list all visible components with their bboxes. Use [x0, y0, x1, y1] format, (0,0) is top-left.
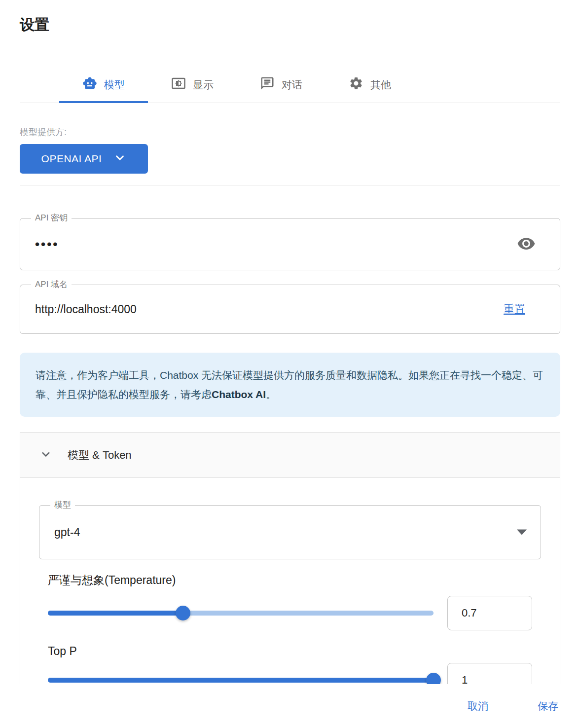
top-p-slider[interactable] — [48, 663, 434, 684]
tab-model-label: 模型 — [104, 78, 125, 92]
provider-label: 模型提供方: — [20, 126, 560, 138]
slider-thumb[interactable] — [426, 673, 441, 684]
api-key-value: •••• — [20, 218, 560, 270]
dialog-footer: 取消 保存 — [0, 684, 580, 728]
model-select-label: 模型 — [50, 500, 75, 510]
api-key-field[interactable]: API 密钥 •••• — [20, 218, 560, 270]
divider — [20, 185, 560, 185]
notice-bold-text: Chatbox AI — [212, 389, 266, 400]
accordion-title: 模型 & Token — [68, 448, 132, 463]
tabs-bar: 模型 显示 对话 其他 — [20, 67, 560, 103]
save-button[interactable]: 保存 — [538, 699, 558, 713]
notice-text-end: 。 — [266, 389, 276, 400]
provider-select-button[interactable]: OPENAI API — [20, 144, 148, 174]
tab-display[interactable]: 显示 — [148, 67, 237, 103]
notice-box: 请注意，作为客户端工具，Chatbox 无法保证模型提供方的服务质量和数据隐私。… — [20, 353, 560, 417]
page-title: 设置 — [20, 0, 560, 37]
top-p-value-input[interactable]: 1 — [447, 663, 532, 684]
api-key-label: API 密钥 — [31, 213, 72, 223]
tab-chat-label: 对话 — [282, 78, 302, 92]
temperature-slider[interactable] — [48, 596, 434, 630]
top-p-section: Top P 1 — [48, 643, 541, 684]
temperature-section: 严谨与想象(Temperature) 0.7 — [48, 572, 541, 630]
tab-other-label: 其他 — [370, 78, 391, 92]
slider-thumb[interactable] — [176, 606, 190, 620]
toggle-visibility-button[interactable] — [515, 233, 537, 255]
robot-icon — [82, 76, 97, 93]
chevron-down-icon — [113, 151, 126, 167]
display-icon — [171, 76, 186, 93]
api-host-field[interactable]: API 域名 http://localhost:4000 重置 — [20, 285, 560, 334]
tabs: 模型 显示 对话 其他 — [59, 67, 560, 103]
slider-fill — [48, 678, 434, 683]
gear-icon — [349, 76, 363, 93]
cancel-button[interactable]: 取消 — [468, 699, 488, 713]
chat-icon — [260, 76, 275, 93]
top-p-label: Top P — [48, 643, 541, 659]
model-select-field[interactable]: 模型 gpt-4 — [39, 505, 541, 559]
accordion-content: 模型 gpt-4 严谨与想象(Temperature) 0.7 Top P — [20, 478, 560, 684]
tab-chat[interactable]: 对话 — [237, 67, 326, 103]
temperature-value-input[interactable]: 0.7 — [447, 596, 532, 630]
api-host-label: API 域名 — [31, 279, 72, 290]
tab-model[interactable]: 模型 — [59, 67, 148, 103]
caret-down-icon — [517, 530, 527, 535]
model-token-accordion: 模型 & Token 模型 gpt-4 严谨与想象(Temperature) 0… — [20, 432, 560, 684]
tab-display-label: 显示 — [193, 78, 214, 92]
api-host-value: http://localhost:4000 — [20, 285, 560, 333]
reset-link[interactable]: 重置 — [504, 302, 525, 317]
chevron-down-icon — [38, 446, 54, 464]
eye-icon — [517, 234, 536, 255]
accordion-header[interactable]: 模型 & Token — [20, 433, 560, 478]
slider-fill — [48, 611, 183, 616]
provider-selected-value: OPENAI API — [41, 153, 102, 165]
tab-other[interactable]: 其他 — [326, 67, 414, 103]
model-select-value: gpt-4 — [39, 506, 541, 559]
settings-dialog-body: 设置 模型 显示 对话 其他 模型提供方: OPENAI API — [0, 0, 580, 684]
temperature-label: 严谨与想象(Temperature) — [48, 572, 541, 588]
notice-text: 请注意，作为客户端工具，Chatbox 无法保证模型提供方的服务质量和数据隐私。… — [36, 369, 543, 400]
